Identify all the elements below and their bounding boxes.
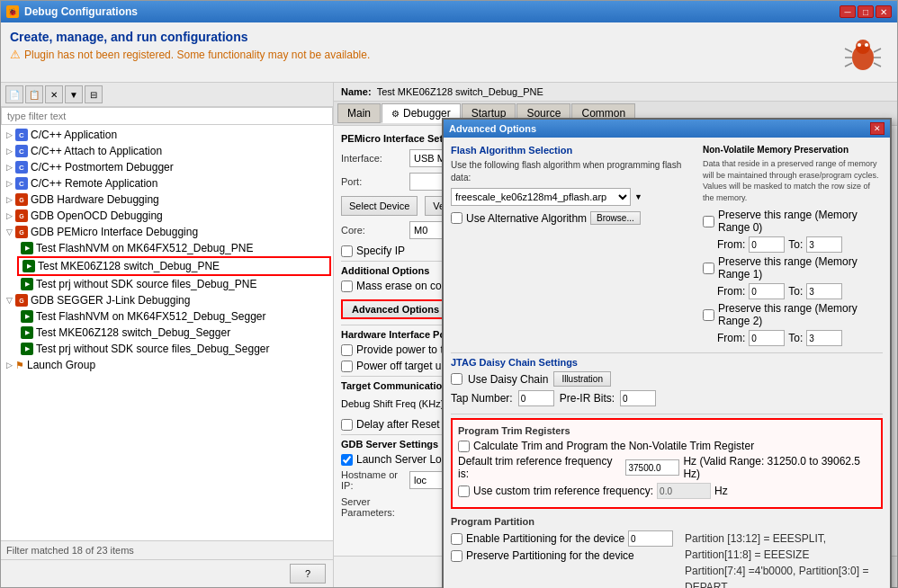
from-input1[interactable] xyxy=(749,283,785,299)
tap-number-input[interactable] xyxy=(518,390,554,406)
from-input2[interactable] xyxy=(749,330,785,346)
dialog-overlay: Advanced Options ✕ Flash Algorithm Selec… xyxy=(1,1,897,587)
preserve-partition-label: Preserve Partitioning for the device xyxy=(466,549,634,562)
pp-two-col: Enable Partitioning for the device Prese… xyxy=(451,530,883,588)
nvm-title: Non-Volatile Memory Preservation xyxy=(703,145,883,155)
range2-from-to: From: To: xyxy=(703,330,883,346)
preserve-range2-label: Preserve this range (Memory Range 2) xyxy=(718,302,883,327)
enable-partition-label: Enable Partitioning for the device xyxy=(466,532,624,545)
program-partition-section: Program Partition Enable Partitioning fo… xyxy=(451,516,883,588)
partition-desc2: Partition[7:4] =4'b0000, Partition[3:0] … xyxy=(685,563,883,588)
pp-title: Program Partition xyxy=(451,516,883,527)
preserve-range0-checkbox[interactable] xyxy=(703,216,714,227)
range1-from-to: From: To: xyxy=(703,283,883,299)
use-daisy-checkbox[interactable] xyxy=(451,373,462,385)
default-freq-label: Default trim reference frequency is: xyxy=(458,455,622,480)
flash-algo-select[interactable]: freescale_ke06z128m4_pflash.arp xyxy=(451,188,631,206)
pp-right: Partition [13:12] = EEESPLIT, Partition[… xyxy=(685,530,883,588)
preserve-range2-checkbox[interactable] xyxy=(703,309,714,321)
to-label0: To: xyxy=(788,238,803,251)
use-alt-algo-row: Use Alternative Algorithm Browse... xyxy=(451,211,696,225)
adv-top-section: Flash Algorithm Selection Use the follow… xyxy=(451,145,883,349)
jtag-section: JTAG Daisy Chain Settings Use Daisy Chai… xyxy=(451,357,883,410)
adv-dialog-title: Advanced Options xyxy=(449,123,536,134)
illustration-btn[interactable]: Illustration xyxy=(553,371,611,387)
to-label1: To: xyxy=(788,285,803,298)
default-freq-row: Default trim reference frequency is: Hz … xyxy=(458,455,876,480)
flash-algo-dropdown-icon: ▼ xyxy=(634,192,642,201)
preserve-range0-row: Preserve this range (Memory Range 0) xyxy=(703,209,883,234)
pre-ir-label: Pre-IR Bits: xyxy=(560,392,615,405)
custom-trim-row: Use custom trim reference frequency: Hz xyxy=(458,483,876,499)
jtag-title: JTAG Daisy Chain Settings xyxy=(451,357,883,368)
default-freq-input[interactable] xyxy=(625,459,679,476)
range0-from-to: From: To: xyxy=(703,236,883,253)
use-alt-algo-label: Use Alternative Algorithm xyxy=(466,212,587,225)
partition-desc1: Partition [13:12] = EEESPLIT, Partition[… xyxy=(685,530,883,563)
browse-btn[interactable]: Browse... xyxy=(590,211,641,225)
preserve-range1-label: Preserve this range (Memory Range 1) xyxy=(718,255,883,281)
flash-algo-desc: Use the following flash algorithm when p… xyxy=(451,159,696,184)
nvm-desc: Data that reside in a preserved range of… xyxy=(703,158,883,203)
adv-divider1 xyxy=(451,352,883,353)
calc-trim-checkbox[interactable] xyxy=(458,441,470,452)
to-input2[interactable] xyxy=(806,330,842,346)
adv-left-col: Flash Algorithm Selection Use the follow… xyxy=(451,145,696,349)
preserve-partition-checkbox[interactable] xyxy=(451,550,462,562)
enable-partition-row: Enable Partitioning for the device xyxy=(451,530,678,547)
to-label2: To: xyxy=(788,332,803,344)
flash-algo-title: Flash Algorithm Selection xyxy=(451,145,696,156)
hz-range-label: Hz (Valid Range: 31250.0 to 39062.5 Hz) xyxy=(683,455,876,480)
tap-preir-row: Tap Number: Pre-IR Bits: xyxy=(451,390,883,406)
from-label1: From: xyxy=(717,285,745,298)
hz-label: Hz xyxy=(714,485,728,497)
calc-trim-label: Calculate Trim and Program the Non-Volat… xyxy=(473,440,754,452)
pre-ir-input[interactable] xyxy=(620,390,656,406)
use-daisy-label: Use Daisy Chain xyxy=(468,373,548,386)
partition-input[interactable] xyxy=(628,530,673,547)
from-label2: From: xyxy=(717,332,745,344)
adv-dialog-title-bar: Advanced Options ✕ xyxy=(444,120,890,138)
jtag-left: JTAG Daisy Chain Settings Use Daisy Chai… xyxy=(451,357,883,410)
adv-dialog-close-btn[interactable]: ✕ xyxy=(870,122,885,135)
preserve-range1-checkbox[interactable] xyxy=(703,263,714,274)
preserve-partition-row: Preserve Partitioning for the device xyxy=(451,549,678,562)
custom-freq-input[interactable] xyxy=(657,483,711,499)
use-custom-label: Use custom trim reference frequency: xyxy=(473,485,653,497)
program-trim-section: Program Trim Registers Calculate Trim an… xyxy=(451,418,883,509)
calc-trim-row: Calculate Trim and Program the Non-Volat… xyxy=(458,440,876,452)
use-custom-checkbox[interactable] xyxy=(458,486,470,497)
from-input0[interactable] xyxy=(749,236,785,253)
to-input1[interactable] xyxy=(806,283,842,299)
adv-dialog-content: Flash Algorithm Selection Use the follow… xyxy=(444,138,890,588)
tap-number-label: Tap Number: xyxy=(451,392,513,405)
from-label0: From: xyxy=(717,238,745,251)
preserve-range2-row: Preserve this range (Memory Range 2) xyxy=(703,302,883,327)
adv-right-col: Non-Volatile Memory Preservation Data th… xyxy=(703,145,883,349)
use-daisy-row: Use Daisy Chain Illustration xyxy=(451,371,883,387)
enable-partition-checkbox[interactable] xyxy=(451,533,462,545)
preserve-range0-label: Preserve this range (Memory Range 0) xyxy=(718,209,883,234)
program-trim-title: Program Trim Registers xyxy=(458,425,876,436)
to-input0[interactable] xyxy=(806,236,842,253)
adv-divider2 xyxy=(451,414,883,414)
pp-left: Enable Partitioning for the device Prese… xyxy=(451,530,678,588)
advanced-options-dialog: Advanced Options ✕ Flash Algorithm Selec… xyxy=(442,118,892,588)
preserve-range1-row: Preserve this range (Memory Range 1) xyxy=(703,255,883,281)
use-alt-algo-checkbox[interactable] xyxy=(451,212,462,224)
